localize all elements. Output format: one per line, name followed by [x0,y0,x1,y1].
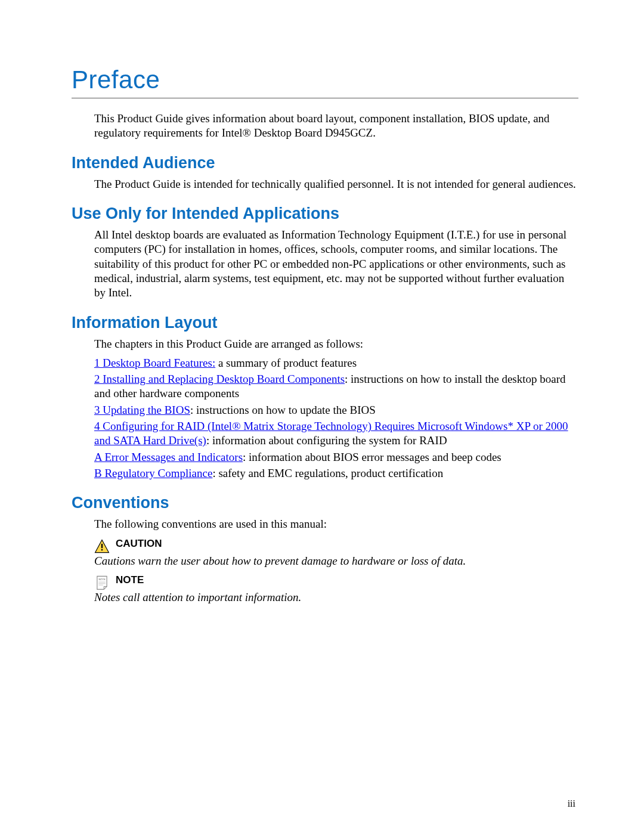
chapter-link-a[interactable]: A Error Messages and Indicators [94,451,243,463]
caution-label: CAUTION [116,538,162,550]
intro-text: This Product Guide gives information abo… [94,112,578,141]
caution-text: Cautions warn the user about how to prev… [94,554,578,568]
note-label: NOTE [116,574,144,586]
chapter-rest: : instructions on how to update the BIOS [190,404,376,416]
audience-block: The Product Guide is intended for techni… [94,177,578,191]
page-title: Preface [72,66,578,94]
info-layout-block: The chapters in this Product Guide are a… [94,337,578,481]
chapter-link-b[interactable]: B Regulatory Compliance [94,467,212,479]
caution-icon [94,538,110,554]
chapter-rest: : information about configuring the syst… [206,434,447,447]
page-number: iii [568,798,575,809]
use-only-block: All Intel desktop boards are evaluated a… [94,228,578,301]
chapter-rest: : information about BIOS error messages … [243,451,501,463]
chapter-item: 4 Configuring for RAID (Intel® Matrix St… [94,419,578,448]
svg-rect-1 [101,544,103,548]
heading-intended-audience: Intended Audience [72,154,578,172]
caution-row: CAUTION [94,538,578,554]
chapter-item: A Error Messages and Indicators: informa… [94,450,578,465]
chapter-item: 1 Desktop Board Features: a summary of p… [94,356,578,370]
info-layout-lead: The chapters in this Product Guide are a… [94,337,578,351]
chapter-link-3[interactable]: 3 Updating the BIOS [94,404,190,416]
conventions-lead: The following conventions are used in th… [94,517,578,531]
title-rule [72,98,578,98]
intro-block: This Product Guide gives information abo… [94,112,578,141]
svg-rect-2 [101,549,103,550]
chapter-item: B Regulatory Compliance: safety and EMC … [94,466,578,481]
chapter-item: 2 Installing and Replacing Desktop Board… [94,372,578,401]
audience-text: The Product Guide is intended for techni… [94,177,578,191]
heading-conventions: Conventions [72,494,578,512]
note-text: Notes call attention to important inform… [94,590,578,605]
heading-info-layout: Information Layout [72,314,578,332]
chapter-item: 3 Updating the BIOS: instructions on how… [94,403,578,417]
use-only-text: All Intel desktop boards are evaluated a… [94,228,578,301]
chapter-rest: : safety and EMC regulations, product ce… [212,467,443,479]
note-icon: NOTE [94,575,110,590]
conventions-block: The following conventions are used in th… [94,517,578,605]
heading-use-only: Use Only for Intended Applications [72,205,578,223]
chapter-rest: a summary of product features [215,357,357,369]
page-container: Preface This Product Guide gives informa… [0,0,644,833]
note-row: NOTE NOTE [94,574,578,590]
chapter-link-2[interactable]: 2 Installing and Replacing Desktop Board… [94,373,345,385]
chapter-link-1[interactable]: 1 Desktop Board Features: [94,357,215,369]
svg-text:NOTE: NOTE [98,578,106,581]
